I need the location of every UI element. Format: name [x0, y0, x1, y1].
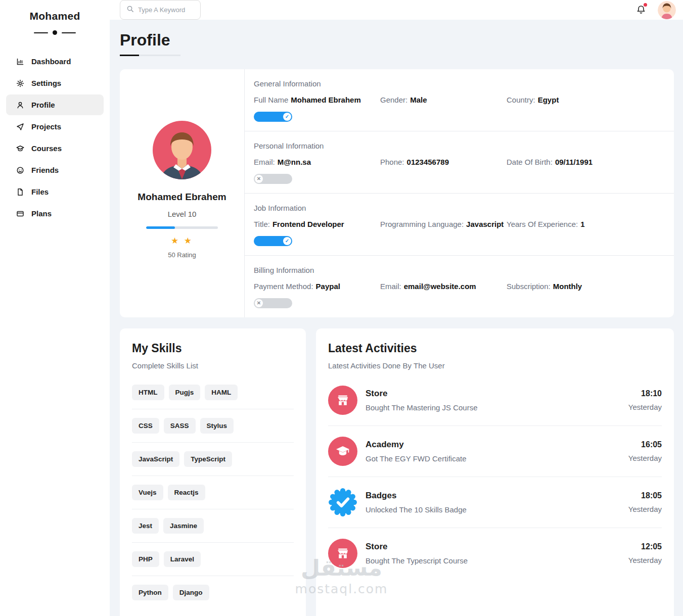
activity-desc: Unlocked The 10 Skills Badge [366, 505, 620, 514]
dashboard-icon [16, 58, 24, 66]
field-value: Frontend Developer [272, 220, 344, 228]
sidebar-nav: Dashboard Settings Profile Projects [0, 51, 110, 224]
personal-information-toggle[interactable]: ✕ [254, 174, 292, 184]
brand: Mohamed [0, 10, 110, 22]
activities-card: Latest Activities Latest Activities Done… [316, 328, 674, 616]
page-content: Profile [110, 20, 683, 616]
field-value: Monthly [553, 282, 582, 291]
profile-name: Mohamed Ebrahem [138, 192, 226, 203]
activity-desc: Bought The Typescript Course [366, 556, 620, 565]
skill-tag: Laravel [164, 551, 201, 567]
skills-subtitle: Complete Skills List [132, 361, 294, 370]
brand-divider-line [34, 32, 48, 33]
field-email: Email:M@nn.sa [254, 158, 380, 166]
skill-tag: Pugjs [169, 385, 201, 400]
activity-title: Store [366, 389, 620, 399]
title-underline [120, 55, 180, 56]
sidebar-item-courses[interactable]: Courses [6, 138, 104, 159]
activities-title: Latest Activities [328, 342, 662, 355]
app-root: Mohamed Dashboard Settings [0, 0, 683, 616]
sidebar-item-settings[interactable]: Settings [6, 73, 104, 93]
skills-list: HTML Pugjs HAML CSS SASS Stylus JavaScri… [132, 376, 294, 609]
skill-tag: Stylus [200, 418, 234, 434]
skill-row: HTML Pugjs HAML [132, 376, 294, 409]
field-payment-method: Payment Method:Paypal [254, 282, 380, 291]
page-title: Profile [120, 31, 674, 50]
toggle-knob: ✕ [255, 175, 263, 183]
field-value: Male [410, 96, 427, 104]
field-value: Egypt [538, 96, 559, 104]
skill-tag: Jest [132, 518, 159, 534]
sidebar: Mohamed Dashboard Settings [0, 0, 110, 616]
section-fields: Payment Method:Paypal Email:email@websit… [254, 282, 664, 291]
activity-time: 18:10 [628, 389, 662, 398]
sidebar-item-plans[interactable]: Plans [6, 203, 104, 224]
sidebar-item-projects[interactable]: Projects [6, 116, 104, 137]
sidebar-item-label: Files [31, 187, 49, 196]
field-label: Years Of Experience: [507, 220, 578, 228]
skill-row: Python Django [132, 576, 294, 609]
section-title: Billing Information [254, 266, 664, 274]
field-value: Mohamed Ebrahem [291, 96, 360, 104]
activity-time: 12:05 [628, 542, 662, 551]
skills-card: My Skills Complete Skills List HTML Pugj… [120, 328, 306, 616]
activity-title: Badges [366, 491, 620, 501]
job-information-toggle[interactable]: ✓ [254, 236, 292, 246]
activity-desc: Got The EGY FWD Certificate [366, 454, 620, 463]
sidebar-item-friends[interactable]: Friends [6, 160, 104, 180]
field-phone: Phone:0123456789 [380, 158, 507, 166]
toggle-knob: ✓ [283, 113, 291, 121]
sidebar-item-files[interactable]: Files [6, 181, 104, 202]
profile-card: Mohamed Ebrahem Level 10 ★ ★ 50 Rating G… [120, 69, 674, 317]
level-progress-bar [146, 226, 218, 229]
user-avatar[interactable] [658, 1, 676, 19]
activities-subtitle: Latest Activities Done By The User [328, 361, 662, 370]
skill-row: CSS SASS Stylus [132, 409, 294, 443]
bottom-row: My Skills Complete Skills List HTML Pugj… [120, 328, 674, 616]
courses-icon [16, 145, 24, 153]
section-billing-information: Billing Information Payment Method:Paypa… [245, 255, 674, 317]
section-general-information: General Information Full NameMohamed Ebr… [245, 69, 674, 131]
general-information-toggle[interactable]: ✓ [254, 112, 292, 122]
activities-list: Store Bought The Mastering JS Course 18:… [328, 375, 662, 579]
activity-body: Store Bought The Typescript Course [366, 542, 620, 565]
skill-tag: TypeScript [184, 451, 232, 467]
brand-divider-dot [53, 30, 57, 35]
activity-body: Academy Got The EGY FWD Certificate [366, 440, 620, 463]
main-area: Profile [110, 0, 683, 616]
field-label: Email: [254, 158, 275, 166]
section-title: Personal Information [254, 141, 664, 150]
field-label: Email: [380, 282, 401, 291]
skill-row: Jest Jasmine [132, 509, 294, 543]
search-box[interactable] [120, 0, 201, 20]
activity-item: Store Bought The Typescript Course 12:05… [328, 528, 662, 579]
sidebar-item-profile[interactable]: Profile [6, 94, 104, 115]
field-title: Title:Frontend Developer [254, 220, 380, 228]
skills-title: My Skills [132, 342, 294, 355]
rating-stars: ★ ★ [171, 235, 193, 246]
billing-information-toggle[interactable]: ✕ [254, 298, 292, 308]
friends-icon [16, 166, 24, 174]
field-label: Title: [254, 220, 270, 228]
field-value: Paypal [316, 282, 340, 291]
topbar [110, 0, 683, 20]
section-title: General Information [254, 79, 664, 88]
sidebar-item-label: Projects [31, 122, 61, 131]
settings-icon [16, 79, 24, 87]
skill-tag: Django [173, 585, 209, 600]
search-input[interactable] [138, 6, 193, 14]
user-avatar-image [658, 1, 676, 19]
level-progress-fill [146, 226, 175, 229]
sidebar-item-dashboard[interactable]: Dashboard [6, 51, 104, 72]
skill-tag: Vuejs [132, 485, 163, 500]
field-value: Javascript [466, 220, 504, 228]
activity-body: Badges Unlocked The 10 Skills Badge [366, 491, 620, 514]
notifications-button[interactable] [635, 5, 647, 16]
profile-level: Level 10 [168, 210, 197, 218]
projects-icon [16, 123, 24, 131]
brand-divider-line [62, 32, 76, 33]
field-label: Payment Method: [254, 282, 313, 291]
skill-tag: JavaScript [132, 451, 179, 467]
field-value: 1 [580, 220, 584, 228]
field-country: Country:Egypt [507, 96, 664, 104]
